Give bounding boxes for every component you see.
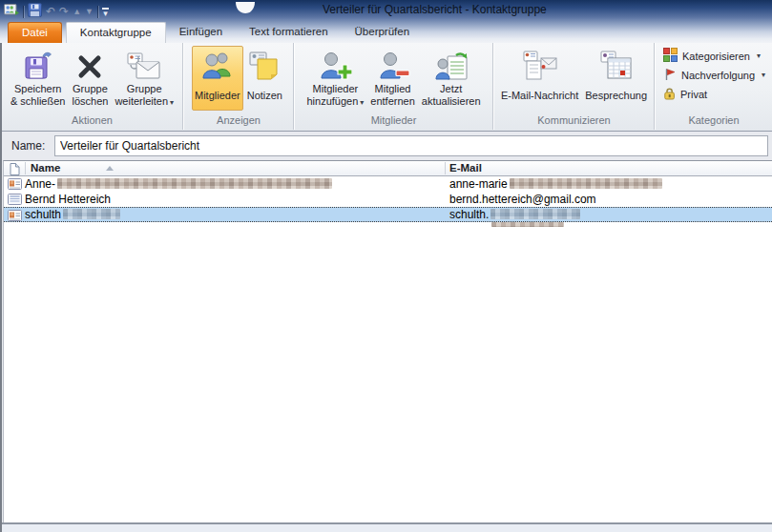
privat-button[interactable]: Privat xyxy=(660,85,768,103)
name-column-header[interactable]: Name xyxy=(31,162,60,174)
previous-item-button[interactable]: ▲ xyxy=(73,6,81,18)
name-input[interactable] xyxy=(54,135,768,156)
ribbon-group-anzeigen: Mitglieder Notizen Anzeigen xyxy=(184,43,294,130)
app-icon xyxy=(4,3,19,21)
mouse-cursor xyxy=(234,0,257,17)
dropdown-arrow-icon: ▾ xyxy=(762,71,765,79)
redacted-text xyxy=(510,178,662,189)
mitglieder-hinzufuegen-button[interactable]: Mitglieder hinzufügen▾ xyxy=(303,46,366,111)
dropdown-arrow-icon: ▾ xyxy=(757,51,761,60)
notizen-button[interactable]: Notizen xyxy=(244,46,285,111)
name-label: Name: xyxy=(11,139,45,153)
column-separator xyxy=(25,162,26,174)
ribbon-group-aktionen: Speichern & schließen Gruppe löschen Gru… xyxy=(2,43,183,130)
button-label: aktualisieren xyxy=(422,95,481,108)
ribbon-group-kommunizieren: E-Mail-Nachricht Besprechung Kommunizier… xyxy=(494,43,655,130)
button-label: Mitglied xyxy=(375,83,411,95)
tab-text-formatieren[interactable]: Text formatieren xyxy=(236,22,341,43)
group-label-kommunizieren: Kommunizieren xyxy=(494,114,654,126)
members-list[interactable]: Name E-Mail Anne- anne-marie Bernd Hette… xyxy=(3,160,772,522)
tab-ueberpruefen[interactable]: Überprüfen xyxy=(342,22,424,43)
button-label: Mitglieder xyxy=(313,83,359,95)
members-icon xyxy=(200,49,235,83)
dropdown-arrow-icon: ▾ xyxy=(170,98,174,107)
list-header: Name E-Mail xyxy=(4,161,772,176)
button-label: löschen xyxy=(72,95,108,108)
save-button[interactable] xyxy=(28,3,42,21)
email-column-header[interactable]: E-Mail xyxy=(449,162,482,174)
qat-separator xyxy=(23,6,24,18)
member-row[interactable]: Bernd Hettereich bernd.hettereich@gmail.… xyxy=(4,192,772,207)
group-name-row: Name: xyxy=(2,132,772,160)
sort-ascending-icon xyxy=(106,166,114,171)
member-email: schulth. xyxy=(449,208,489,221)
redacted-area xyxy=(491,222,564,227)
meeting-icon xyxy=(599,49,634,83)
next-item-button[interactable]: ▼ xyxy=(85,6,94,18)
gruppe-loeschen-button[interactable]: Gruppe löschen xyxy=(69,46,111,111)
member-email: bernd.hettereich@gmail.com xyxy=(449,193,596,206)
contact-group-window: ↶ ↷ ▲ ▼ ▾ Verteiler für Quartalsbericht … xyxy=(0,0,772,532)
button-label: Mitglieder xyxy=(195,90,240,102)
follow-up-flag-icon xyxy=(663,68,677,83)
besprechung-button[interactable]: Besprechung xyxy=(582,46,650,111)
group-label-mitglieder: Mitglieder xyxy=(295,114,492,126)
window-header: ↶ ↷ ▲ ▼ ▾ Verteiler für Quartalsbericht … xyxy=(0,0,772,43)
window-left-border xyxy=(0,43,2,532)
email-message-icon xyxy=(523,49,557,83)
redacted-text xyxy=(63,209,120,219)
button-label: weiterleiten▾ xyxy=(115,95,174,109)
contact-card-plain-icon xyxy=(8,194,22,208)
button-label: Gruppe xyxy=(73,83,108,95)
add-member-icon xyxy=(318,49,352,83)
tab-einfuegen[interactable]: Einfügen xyxy=(166,22,236,43)
member-email: anne-marie xyxy=(449,177,508,191)
button-label: entfernen xyxy=(370,95,414,108)
quick-access-toolbar: ↶ ↷ ▲ ▼ ▾ xyxy=(4,3,109,21)
email-nachricht-button[interactable]: E-Mail-Nachricht xyxy=(498,46,581,111)
button-label: Gruppe xyxy=(127,83,162,95)
contact-card-icon xyxy=(8,210,22,224)
contact-card-icon xyxy=(8,178,22,193)
save-close-icon xyxy=(22,49,54,83)
speichern-schliessen-button[interactable]: Speichern & schließen xyxy=(8,46,68,111)
kategorisieren-button[interactable]: Kategorisieren ▾ xyxy=(660,47,768,65)
window-bottom-border xyxy=(2,522,772,532)
group-label-anzeigen: Anzeigen xyxy=(184,114,293,126)
ribbon-tab-row: Datei Kontaktgruppe Einfügen Text format… xyxy=(0,21,772,43)
title-bar: ↶ ↷ ▲ ▼ ▾ Verteiler für Quartalsbericht … xyxy=(0,0,772,21)
dropdown-arrow-icon: ▾ xyxy=(103,10,108,16)
undo-button[interactable]: ↶ xyxy=(46,6,55,18)
group-label-kategorien: Kategorien xyxy=(656,114,772,126)
button-label: hinzufügen▾ xyxy=(306,95,364,109)
button-label: Privat xyxy=(680,89,707,100)
member-name: Anne- xyxy=(25,177,55,191)
member-name: schulth xyxy=(25,208,61,221)
mitglieder-anzeigen-button[interactable]: Mitglieder xyxy=(192,46,243,111)
nachverfolgung-button[interactable]: Nachverfolgung ▾ xyxy=(660,66,768,84)
notes-icon xyxy=(249,49,280,83)
forward-group-icon xyxy=(127,49,161,83)
group-label-aktionen: Aktionen xyxy=(2,114,182,126)
dropdown-arrow-icon: ▾ xyxy=(360,98,364,107)
jetzt-aktualisieren-button[interactable]: Jetzt aktualisieren xyxy=(419,46,484,111)
button-label: & schließen xyxy=(10,95,65,108)
button-label: Besprechung xyxy=(585,90,647,102)
button-label: Nachverfolgung xyxy=(681,70,755,81)
tab-kontaktgruppe[interactable]: Kontaktgruppe xyxy=(66,22,166,43)
lock-icon xyxy=(663,87,676,102)
tab-datei[interactable]: Datei xyxy=(8,22,62,43)
member-row[interactable]: Anne- anne-marie xyxy=(4,176,772,192)
mitglied-entfernen-button[interactable]: Mitglied entfernen xyxy=(367,46,417,111)
button-label: Speichern xyxy=(14,83,62,95)
redacted-text xyxy=(490,209,580,219)
customize-qat-button[interactable]: ▾ xyxy=(102,8,109,16)
redo-button[interactable]: ↷ xyxy=(59,6,69,18)
qat-separator xyxy=(97,6,98,18)
button-label: Kategorisieren xyxy=(682,51,750,62)
remove-member-icon xyxy=(376,49,410,83)
gruppe-weiterleiten-button[interactable]: Gruppe weiterleiten▾ xyxy=(112,46,177,111)
member-name: Bernd Hettereich xyxy=(25,193,111,206)
member-row-selected[interactable]: schulth schulth. xyxy=(4,207,772,222)
ribbon-group-kategorien: Kategorisieren ▾ Nachverfolgung ▾ Privat xyxy=(656,43,772,130)
